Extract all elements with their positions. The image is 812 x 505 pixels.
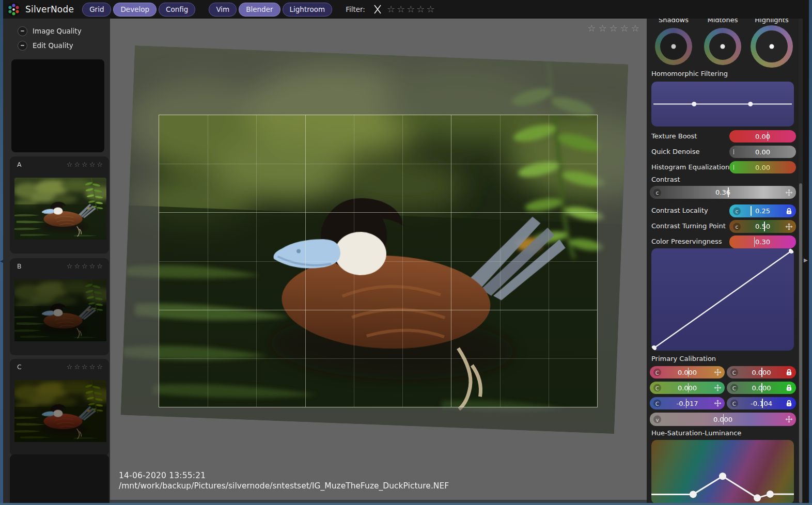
histogram-equalization-slider[interactable]: 0.00 [729, 161, 796, 173]
curve-handle[interactable] [719, 472, 726, 480]
star-icon[interactable]: ☆ [587, 24, 596, 33]
calibration-blue-hue-slider[interactable]: C -0.017 [650, 397, 725, 409]
lock-icon[interactable] [785, 384, 793, 392]
move-icon[interactable] [714, 384, 722, 392]
lock-icon[interactable] [785, 207, 793, 215]
star-icon[interactable]: ☆ [89, 161, 96, 168]
star-icon[interactable]: ☆ [82, 364, 88, 370]
move-icon[interactable] [714, 400, 722, 407]
develop-button[interactable]: Develop [113, 3, 157, 17]
star-icon[interactable]: ☆ [74, 161, 80, 168]
homomorphic-filtering-widget[interactable] [651, 82, 794, 127]
wheel-handle[interactable] [721, 44, 725, 49]
move-icon[interactable] [785, 416, 793, 423]
star-icon[interactable]: ☆ [97, 364, 103, 370]
contrast-slider[interactable]: c 0.36 [650, 186, 796, 199]
vim-button[interactable]: Vim [209, 3, 237, 17]
slider-cursor [754, 237, 755, 247]
panel-scrollbar[interactable] [799, 19, 803, 503]
star-icon[interactable]: ☆ [67, 263, 73, 270]
move-icon[interactable] [714, 369, 722, 376]
develop-panel: Shadows Midtones Highlights Homomorphic … [647, 15, 799, 505]
wheel-handle[interactable] [672, 44, 676, 49]
move-icon[interactable] [785, 223, 793, 230]
calibration-green-hue-slider[interactable]: C 0.000 [650, 382, 725, 394]
star-icon[interactable]: ☆ [82, 263, 88, 270]
thumbnail-card-b[interactable]: B ☆☆☆☆☆ [10, 258, 109, 355]
quick-denoise-slider[interactable]: 0.00 [729, 146, 796, 158]
grid-line [159, 212, 597, 213]
curve-handle[interactable] [690, 491, 697, 498]
curve-handle[interactable] [767, 491, 774, 498]
color-preservingness-slider[interactable]: 0.30 [729, 235, 796, 248]
star-icon[interactable]: ☆ [67, 364, 73, 370]
curve-handle[interactable] [692, 102, 696, 106]
slider-value: 0.30 [729, 238, 796, 246]
star-icon[interactable]: ☆ [416, 5, 425, 14]
grid-button[interactable]: Grid [82, 3, 111, 17]
curve-handle[interactable] [651, 345, 657, 351]
lock-icon[interactable] [785, 369, 793, 376]
tone-curve-widget[interactable] [651, 248, 794, 351]
panel-expand-arrow-icon[interactable]: ▶ [804, 257, 808, 263]
star-icon[interactable]: ☆ [387, 5, 395, 14]
calibration-v-slider[interactable]: v 0.000 [650, 413, 796, 426]
star-icon[interactable]: ☆ [97, 161, 103, 168]
shadows-color-wheel[interactable] [655, 28, 692, 65]
star-icon[interactable]: ☆ [610, 24, 618, 33]
calibration-blue-saturation-slider[interactable]: C -0.104 [727, 397, 796, 409]
contrast-turning-point-slider[interactable]: c 0.50 [729, 220, 796, 233]
status-datetime: 14-06-2020 13:55:21 [119, 471, 449, 480]
thumbnail-image[interactable] [14, 380, 106, 442]
thumbnail-image[interactable] [14, 279, 106, 341]
blender-button[interactable]: Blender [239, 3, 280, 17]
config-button[interactable]: Config [159, 3, 195, 17]
calibration-red-saturation-slider[interactable]: C 0.000 [727, 366, 796, 378]
hsl-curve-widget[interactable] [651, 440, 794, 504]
filter-star-rating: ☆☆☆☆☆ [387, 5, 435, 14]
window-edge-right [809, 0, 812, 505]
sidebar-collapse-arrow-icon[interactable]: ◀ [0, 258, 4, 264]
star-icon[interactable]: ☆ [67, 161, 73, 168]
star-icon[interactable]: ☆ [426, 5, 434, 14]
curve-handle[interactable] [748, 102, 753, 106]
crop-grid-overlay[interactable] [159, 115, 598, 407]
star-icon[interactable]: ☆ [74, 364, 80, 370]
star-icon[interactable]: ☆ [74, 263, 80, 270]
slider-tick [733, 149, 735, 154]
star-icon[interactable]: ☆ [89, 364, 96, 370]
lightroom-button[interactable]: Lightroom [283, 3, 333, 17]
image-quality-radio[interactable] [18, 26, 27, 36]
calibration-green-saturation-slider[interactable]: C 0.000 [727, 382, 796, 394]
curve-handle[interactable] [754, 494, 761, 501]
slider-cursor [688, 368, 689, 377]
star-icon[interactable]: ☆ [397, 5, 405, 14]
star-icon[interactable]: ☆ [620, 24, 629, 33]
edit-quality-option[interactable]: Edit Quality [18, 40, 110, 51]
thumbnail-image[interactable] [14, 178, 106, 240]
highlights-color-wheel[interactable] [751, 25, 793, 68]
star-icon[interactable]: ☆ [631, 24, 639, 33]
image-quality-option[interactable]: Image Quality [18, 26, 110, 36]
thumbnail-card-c[interactable]: C ☆☆☆☆☆ [10, 359, 109, 456]
wheel-handle[interactable] [770, 44, 774, 49]
star-icon[interactable]: ☆ [89, 263, 96, 270]
clear-filter-icon[interactable] [372, 4, 383, 14]
edit-quality-radio[interactable] [18, 41, 27, 51]
image-quality-label: Image Quality [33, 27, 82, 35]
star-icon[interactable]: ☆ [598, 24, 606, 33]
lock-icon[interactable] [785, 400, 793, 407]
move-icon[interactable] [785, 188, 793, 196]
curve-handle[interactable] [789, 248, 794, 254]
star-icon[interactable]: ☆ [407, 5, 415, 14]
scrollbar-thumb[interactable] [799, 183, 802, 503]
contrast-locality-slider[interactable]: c 0.25 [729, 204, 796, 217]
star-icon[interactable]: ☆ [97, 263, 103, 270]
star-icon[interactable]: ☆ [82, 161, 88, 168]
texture-boost-slider[interactable]: 0.00 [729, 130, 796, 143]
midtones-color-wheel[interactable] [704, 28, 741, 65]
main-canvas[interactable]: ☆☆☆☆☆ 14-06-2020 13:55:21 /mnt/work/back… [110, 19, 647, 502]
thumbnail-card-a[interactable]: A ☆☆☆☆☆ [10, 156, 109, 254]
calibration-red-hue-slider[interactable]: C 0.000 [650, 366, 725, 378]
radio-dash-icon [21, 45, 24, 46]
